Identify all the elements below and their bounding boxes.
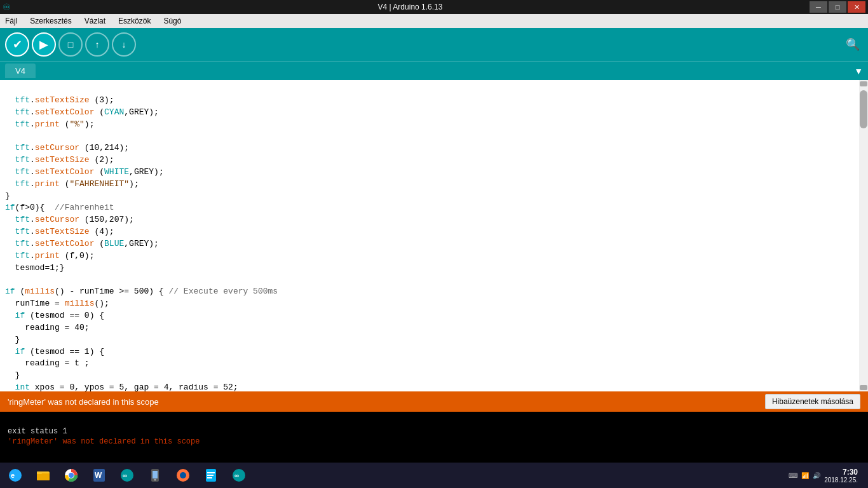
taskbar-clock: 7:30 2018.12.25.	[824, 468, 863, 484]
taskbar-firefox-icon[interactable]	[170, 464, 196, 487]
code-line: }	[5, 335, 20, 344]
code-line: tft.setTextSize (3);	[5, 95, 114, 105]
verify-button[interactable]: ✔	[5, 32, 29, 57]
code-line: runTime = millis();	[5, 299, 109, 308]
taskbar: e W ∞ ∞ ⌨ 📶 🔊 7:30 2018.12.25.	[0, 463, 868, 488]
code-line	[5, 275, 10, 285]
code-line: int xpos = 0, ypos = 5, gap = 4, radius …	[5, 383, 238, 391]
scrollbar-thumb[interactable]	[860, 90, 867, 128]
code-line: }	[5, 370, 20, 380]
svg-point-13	[154, 479, 156, 481]
clock-date: 2018.12.25.	[824, 477, 858, 484]
menu-bar: Fájl Szerkesztés Vázlat Eszközök Súgó	[0, 14, 868, 28]
new-button[interactable]: □	[58, 32, 83, 57]
close-button[interactable]: ✕	[848, 1, 865, 13]
toolbar: ✔ ▶ □ ↑ ↓ 🔍	[0, 28, 868, 61]
svg-text:∞: ∞	[123, 472, 127, 479]
code-line: tft.setCursor (10,214);	[5, 143, 129, 152]
menu-edit[interactable]: Szerkesztés	[27, 15, 74, 27]
svg-rect-19	[207, 477, 212, 478]
taskbar-chrome-icon[interactable]	[58, 464, 84, 487]
menu-tools[interactable]: Eszközök	[116, 15, 153, 27]
svg-rect-18	[207, 475, 214, 476]
taskbar-ie-icon[interactable]: e	[3, 464, 28, 487]
console-line-2: exit status 1	[8, 427, 860, 436]
code-line: tesmod=1;}	[5, 263, 65, 273]
editor-tab[interactable]: V4	[5, 64, 36, 78]
upload-button[interactable]: ▶	[32, 32, 56, 57]
tray-volume-icon: 🔊	[813, 472, 820, 479]
code-line: tft.setTextColor (CYAN,GREY);	[5, 107, 159, 117]
tab-label: V4	[15, 66, 25, 76]
console-line-3: 'ringMeter' was not declared in this sco…	[8, 437, 860, 446]
svg-rect-3	[37, 473, 50, 480]
svg-point-6	[69, 473, 74, 478]
code-line: if (tesmod == 1) {	[5, 347, 104, 356]
taskbar-phone-icon[interactable]	[142, 464, 168, 487]
svg-rect-4	[37, 471, 42, 474]
svg-rect-12	[153, 471, 158, 478]
title-bar: ♾ V4 | Arduino 1.6.13 ─ □ ✕	[0, 0, 868, 14]
system-tray: ⌨ 📶 🔊 7:30 2018.12.25.	[789, 468, 865, 484]
code-line: tft.setTextSize (2);	[5, 155, 114, 165]
code-line: if (tesmod == 0) {	[5, 311, 104, 320]
tray-network-icon: 📶	[801, 472, 809, 479]
taskbar-files-icon[interactable]	[31, 464, 56, 487]
code-line: tft.setTextColor (WHITE,GREY);	[5, 167, 164, 177]
tab-bar: V4 ▼	[0, 61, 868, 80]
taskbar-arduino2-icon[interactable]: ∞	[226, 464, 252, 487]
error-message: 'ringMeter' was not declared in this sco…	[8, 397, 159, 407]
save-button[interactable]: ↓	[112, 32, 136, 57]
code-line: tft.print ("%");	[5, 119, 94, 129]
taskbar-docviewer-icon[interactable]	[198, 464, 224, 487]
code-line: tft.setTextSize (4);	[5, 227, 114, 236]
maximize-button[interactable]: □	[829, 1, 846, 13]
code-line	[5, 131, 10, 140]
code-line: tft.print (f,0);	[5, 251, 94, 261]
minimize-button[interactable]: ─	[810, 1, 827, 13]
copy-errors-button[interactable]: Hibaüzenetek másolása	[765, 394, 860, 409]
editor-scrollbar[interactable]	[859, 80, 868, 391]
search-button[interactable]: 🔍	[843, 34, 863, 55]
code-line: tft.setCursor (150,207);	[5, 215, 134, 224]
menu-sketch[interactable]: Vázlat	[82, 15, 108, 27]
app-logo-icon: ♾	[3, 2, 11, 12]
taskbar-word-icon[interactable]: W	[86, 464, 112, 487]
code-editor[interactable]: tft.setTextSize (3); tft.setTextColor (C…	[0, 80, 859, 391]
svg-rect-17	[207, 472, 215, 473]
open-button[interactable]: ↑	[85, 32, 109, 57]
code-line: reading = t ;	[5, 358, 90, 368]
window-title: V4 | Arduino 1.6.13	[11, 3, 810, 11]
svg-text:e: e	[11, 471, 15, 479]
svg-text:∞: ∞	[234, 472, 239, 479]
window-controls: ─ □ ✕	[810, 1, 865, 13]
code-line: reading = 40;	[5, 323, 90, 332]
menu-file[interactable]: Fájl	[3, 15, 20, 27]
tray-keyboard-icon: ⌨	[789, 472, 797, 479]
code-line: tft.setTextColor (BLUE,GREY);	[5, 239, 159, 248]
editor-area[interactable]: tft.setTextSize (3); tft.setTextColor (C…	[0, 80, 868, 391]
svg-point-15	[180, 472, 186, 478]
clock-time: 7:30	[824, 468, 858, 477]
code-line: tft.print ("FAHRENHEIT");	[5, 179, 139, 189]
code-line: if (millis() - runTime >= 500) { // Exec…	[5, 287, 278, 296]
svg-text:W: W	[95, 471, 102, 480]
taskbar-arduino-icon[interactable]: ∞	[114, 464, 140, 487]
tab-dropdown-arrow[interactable]: ▼	[854, 66, 863, 76]
menu-help[interactable]: Súgó	[161, 15, 184, 27]
code-line: if(f>0){ //Fahrenheit	[5, 203, 114, 212]
code-line: }	[5, 191, 10, 201]
error-bar: 'ringMeter' was not declared in this sco…	[0, 391, 868, 412]
console-line-1	[8, 417, 860, 426]
